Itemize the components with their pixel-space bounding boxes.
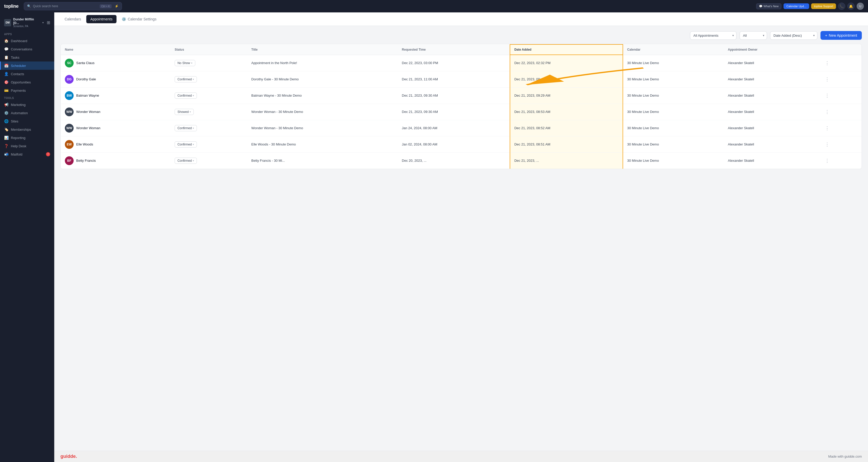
sidebar-item-sites[interactable]: 🌐 Sites	[0, 117, 54, 125]
appointments-table: Name Status Title Requested Time Date Ad…	[61, 44, 862, 169]
sidebar-item-reporting[interactable]: 📊 Reporting	[0, 133, 54, 142]
cell-owner: Alexander Skatell	[724, 152, 819, 169]
appointment-filter-wrapper: All Appointments My Appointments	[690, 31, 737, 40]
col-header-requested-time: Requested Time	[398, 44, 510, 55]
cell-more[interactable]: ⋮	[819, 87, 862, 103]
sidebar-apps-label: Apps	[0, 31, 54, 37]
tab-appointments[interactable]: Appointments	[86, 15, 117, 23]
sidebar-label-dashboard: Dashboard	[11, 39, 27, 43]
status-filter-select[interactable]: All Confirmed Showed No Show Cancelled	[740, 31, 767, 40]
whats-new-button[interactable]: 💬 What's New	[756, 3, 781, 9]
table-row: EW Elle Woods Confirmed ▾ Elle Woods - 3…	[61, 136, 862, 152]
workspace-selector[interactable]: DM Dunder Mifflin [D... Scranton, PA ▾ ⊞	[0, 16, 54, 31]
status-badge[interactable]: Confirmed ▾	[175, 141, 197, 148]
more-options-icon[interactable]: ⋮	[823, 92, 832, 99]
sidebar-item-scheduler[interactable]: 📅 Scheduler	[0, 61, 54, 70]
cell-date-added: Dec 21, 2023, 09:49 AM	[510, 71, 623, 87]
sidebar-item-contacts[interactable]: 👤 Contacts	[0, 70, 54, 78]
sidebar-item-tasks[interactable]: 📋 Tasks	[0, 53, 54, 61]
settings-gear-icon: ⚙️	[122, 17, 126, 21]
sidebar-item-conversations[interactable]: 💬 Conversations	[0, 45, 54, 53]
status-chevron-icon: ▾	[191, 62, 192, 64]
automation-icon: ⚙️	[4, 111, 8, 115]
status-badge[interactable]: Showed ▾	[175, 109, 194, 115]
cell-more[interactable]: ⋮	[819, 152, 862, 169]
cell-owner: Alexander Skatell	[724, 71, 819, 87]
search-bar[interactable]: 🔍 Quick search here Ctrl + K ⚡	[24, 2, 122, 10]
sidebar-item-payments[interactable]: 💳 Payments	[0, 86, 54, 95]
cell-name: SC Santa Claus	[61, 55, 170, 71]
tabs-bar: Calendars Appointments ⚙️ Calendar Setti…	[54, 12, 868, 26]
contacts-icon: 👤	[4, 72, 8, 76]
table-row: SC Santa Claus No Show ▾ Appointment in …	[61, 55, 862, 71]
status-badge[interactable]: Confirmed ▾	[175, 125, 197, 131]
cell-date-added: Dec 21, 2023, 09:29 AM	[510, 87, 623, 103]
tab-calendar-settings[interactable]: ⚙️ Calendar Settings	[118, 15, 160, 23]
more-options-icon[interactable]: ⋮	[823, 59, 832, 67]
sites-icon: 🌐	[4, 119, 8, 123]
col-header-title: Title	[247, 44, 398, 55]
table-row: WW Wonder Woman Confirmed ▾ Wonder Woman…	[61, 120, 862, 136]
contact-name: Santa Claus	[76, 61, 95, 65]
sidebar-item-automation[interactable]: ⚙️ Automation	[0, 109, 54, 117]
sidebar-item-marketing[interactable]: 📢 Marketing	[0, 100, 54, 109]
contact-name: Wonder Woman	[76, 126, 100, 130]
chat-icon: 💬	[759, 5, 763, 8]
more-options-icon[interactable]: ⋮	[823, 76, 832, 83]
workspace-chevron-icon: ▾	[42, 21, 44, 24]
table-row: WW Wonder Woman Showed ▾ Wonder Woman - …	[61, 103, 862, 120]
more-options-icon[interactable]: ⋮	[823, 141, 832, 148]
user-avatar[interactable]: U	[857, 3, 864, 10]
footer-tagline: Made with guidde.com	[828, 455, 862, 458]
sidebar-label-opportunities: Opportunities	[11, 80, 31, 84]
cell-more[interactable]: ⋮	[819, 120, 862, 136]
status-label: No Show	[178, 61, 190, 65]
support-label: topline Support	[814, 5, 833, 8]
appointment-filter-select[interactable]: All Appointments My Appointments	[690, 31, 737, 40]
sidebar-item-dashboard[interactable]: 🏠 Dashboard	[0, 37, 54, 45]
cell-more[interactable]: ⋮	[819, 71, 862, 87]
sidebar-item-memberships[interactable]: 🏷️ Memberships	[0, 125, 54, 133]
sidebar-item-mailfold[interactable]: 📬 Mailfold 7	[0, 150, 54, 158]
status-chevron-icon: ▾	[193, 143, 194, 146]
status-label: Confirmed	[178, 126, 192, 130]
status-badge[interactable]: No Show ▾	[175, 60, 195, 66]
layout-icon[interactable]: ⊞	[47, 20, 50, 25]
phone-icon-button[interactable]: 📞	[838, 3, 845, 10]
cell-title: Appointment in the North Pole!	[247, 55, 398, 71]
status-badge[interactable]: Confirmed ▾	[175, 158, 197, 164]
more-options-icon[interactable]: ⋮	[823, 125, 832, 132]
contact-avatar: WW	[65, 107, 74, 116]
cell-title: Betty Francis - 30 Mi...	[247, 152, 398, 169]
status-filter-wrapper: All Confirmed Showed No Show Cancelled	[740, 31, 767, 40]
tab-calendars[interactable]: Calendars	[60, 15, 85, 23]
more-options-icon[interactable]: ⋮	[823, 108, 832, 116]
calendar-update-button[interactable]: Calendar Upd...	[783, 3, 809, 9]
search-shortcut: Ctrl + K	[100, 4, 112, 8]
cell-name: WW Wonder Woman	[61, 120, 170, 136]
dashboard-icon: 🏠	[4, 39, 8, 43]
more-options-icon[interactable]: ⋮	[823, 157, 832, 164]
sidebar-item-helpdesk[interactable]: ❓ Help Desk	[0, 142, 54, 150]
bell-icon-button[interactable]: 🔔	[847, 3, 855, 10]
sidebar-label-mailfold: Mailfold	[11, 152, 23, 156]
new-appointment-button[interactable]: + New Appointment	[820, 31, 862, 40]
scheduler-icon: 📅	[4, 64, 8, 68]
sort-filter-select[interactable]: Date Added (Desc) Date Added (Asc) Reque…	[770, 31, 817, 40]
status-badge[interactable]: Confirmed ▾	[175, 76, 197, 83]
contact-avatar: BW	[65, 91, 74, 100]
cell-more[interactable]: ⋮	[819, 136, 862, 152]
support-button[interactable]: topline Support	[811, 3, 836, 9]
cell-more[interactable]: ⋮	[819, 103, 862, 120]
cell-status: Confirmed ▾	[170, 136, 247, 152]
reporting-icon: 📊	[4, 136, 8, 140]
sidebar-item-opportunities[interactable]: 🎯 Opportunities	[0, 78, 54, 86]
cell-more[interactable]: ⋮	[819, 55, 862, 71]
status-badge[interactable]: Confirmed ▾	[175, 93, 197, 99]
filters-bar: All Appointments My Appointments All Con…	[60, 31, 862, 40]
mailfold-icon: 📬	[4, 152, 8, 156]
workspace-icon: DM	[4, 19, 11, 26]
cell-title: Dorothy Gale - 30 Minute Demo	[247, 71, 398, 87]
guidde-logo: guidde.	[60, 454, 77, 459]
mailfold-badge: 7	[46, 152, 50, 156]
